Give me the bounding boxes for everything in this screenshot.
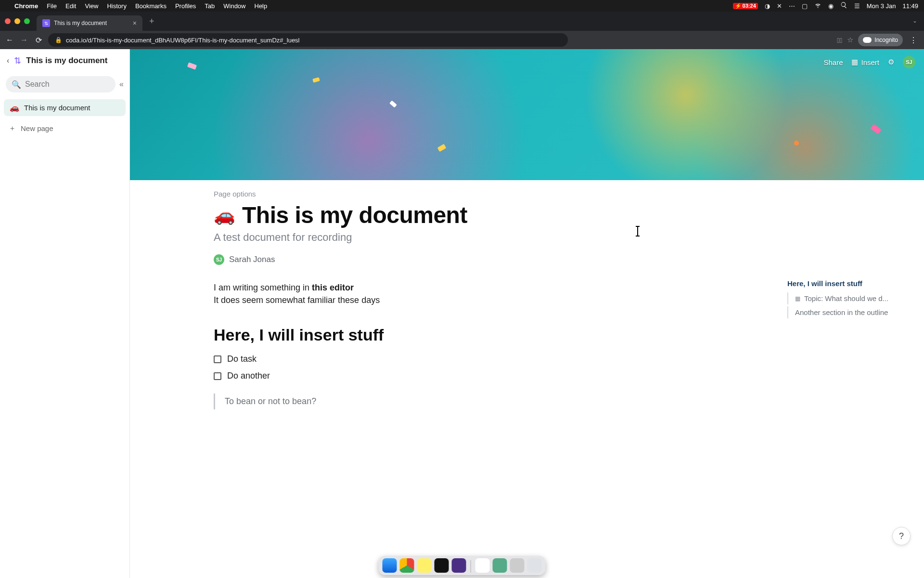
window-controls <box>5 12 37 31</box>
sidebar-page-item[interactable]: 🚗 This is my document <box>4 99 126 116</box>
cover-image[interactable]: Share ▦ Insert ⚙ SJ <box>130 49 924 180</box>
settings-button[interactable]: ⚙ <box>888 58 894 66</box>
dock-chrome-icon[interactable] <box>400 558 414 573</box>
menu-window[interactable]: Window <box>223 2 245 10</box>
document-subtitle[interactable]: A test document for recording <box>214 231 579 244</box>
new-tab-button[interactable]: + <box>142 16 161 26</box>
text-cursor <box>637 226 638 236</box>
quote-text: To bean or not to bean? <box>225 396 316 406</box>
author-row[interactable]: SJ Sarah Jonas <box>214 254 579 265</box>
menubar-time[interactable]: 11:49 <box>902 2 918 10</box>
wifi-icon[interactable] <box>814 1 821 10</box>
share-button[interactable]: Share <box>823 58 843 66</box>
outline-heading[interactable]: Here, I will insert stuff <box>787 279 908 288</box>
menu-help[interactable]: Help <box>255 2 268 10</box>
status-icon-1[interactable]: ◑ <box>765 2 770 10</box>
incognito-chip[interactable]: Incognito <box>858 34 903 46</box>
page-emoji-icon: 🚗 <box>10 103 19 112</box>
tab-close-button[interactable]: × <box>133 19 137 27</box>
checkbox[interactable] <box>214 372 221 380</box>
outline-item[interactable]: ▦ Topic: What should we d... <box>787 292 908 304</box>
dock-terminal-icon[interactable] <box>435 558 449 573</box>
chrome-menu-button[interactable]: ⋮ <box>908 36 919 45</box>
menu-view[interactable]: View <box>85 2 98 10</box>
dock-doc-icon[interactable] <box>510 558 525 573</box>
chrome-toolbar: ← → ⟳ 🔒 coda.io/d/This-is-my-document_dB… <box>0 31 924 49</box>
paragraph-text: It does seem somewhat familiar these day… <box>214 295 380 305</box>
share-label: Share <box>823 58 843 66</box>
sidebar-back-button[interactable]: ‹ <box>7 56 9 65</box>
confetti-decoration <box>870 124 881 134</box>
checklist: Do task Do another <box>214 354 579 381</box>
battery-icon[interactable]: ▢ <box>802 2 808 10</box>
checklist-label: Do task <box>227 354 257 364</box>
window-zoom-button[interactable] <box>24 18 30 24</box>
tab-favicon-icon: ⇅ <box>42 19 50 27</box>
outline-label: Another section in the outline <box>795 308 888 316</box>
menu-tab[interactable]: Tab <box>205 2 215 10</box>
insert-button[interactable]: ▦ Insert <box>851 58 879 66</box>
menu-history[interactable]: History <box>107 2 126 10</box>
dock-notes-icon[interactable] <box>417 558 432 573</box>
bookmark-star-icon[interactable]: ☆ <box>847 36 853 44</box>
tracking-blocked-icon[interactable]: 👁̸ <box>837 36 842 44</box>
nav-reload-button[interactable]: ⟳ <box>34 36 43 45</box>
dock-doc-icon[interactable] <box>493 558 507 573</box>
heading-2[interactable]: Here, I will insert stuff <box>214 326 579 344</box>
confetti-decoration <box>794 141 799 145</box>
dock-app-icon[interactable] <box>452 558 466 573</box>
title-emoji-icon[interactable]: 🚗 <box>214 205 235 225</box>
checklist-item[interactable]: Do task <box>214 354 579 364</box>
nav-forward-button[interactable]: → <box>19 36 29 44</box>
menubar-app-name[interactable]: Chrome <box>14 2 38 10</box>
plus-icon: ＋ <box>9 124 16 133</box>
sidebar-collapse-button[interactable]: « <box>119 80 124 89</box>
checkbox[interactable] <box>214 355 221 363</box>
checklist-item[interactable]: Do another <box>214 371 579 381</box>
sidebar-doc-title: This is my document <box>26 56 107 66</box>
confetti-decoration <box>312 77 320 82</box>
sidebar-header: ‹ ⇅ This is my document <box>0 49 129 72</box>
author-name: Sarah Jonas <box>229 255 275 264</box>
checklist-label: Do another <box>227 371 270 381</box>
dock-finder-icon[interactable] <box>383 558 397 573</box>
window-close-button[interactable] <box>5 18 11 24</box>
status-icon-2[interactable]: ✕ <box>777 2 782 10</box>
address-bar[interactable]: 🔒 coda.io/d/This-is-my-document_dBhAUW8p… <box>48 33 568 47</box>
menubar-date[interactable]: Mon 3 Jan <box>867 2 896 10</box>
document-body[interactable]: Page options 🚗 This is my document A tes… <box>214 180 579 409</box>
menu-profiles[interactable]: Profiles <box>175 2 196 10</box>
browser-tab[interactable]: ⇅ This is my document × <box>37 15 142 31</box>
macos-dock <box>379 556 546 575</box>
sidebar-new-page-button[interactable]: ＋ New page <box>0 119 129 138</box>
menu-edit[interactable]: Edit <box>65 2 76 10</box>
battery-time-value: 03:24 <box>743 3 756 9</box>
dock-trash-icon[interactable] <box>527 558 542 573</box>
battery-time-indicator[interactable]: ⚡03:24 <box>733 3 758 9</box>
block-quote[interactable]: To bean or not to bean? <box>214 394 579 409</box>
incognito-label: Incognito <box>874 37 898 43</box>
paragraph-text: I am writing something in <box>214 283 312 292</box>
menu-bookmarks[interactable]: Bookmarks <box>135 2 167 10</box>
help-button[interactable]: ? <box>892 527 911 545</box>
paragraph[interactable]: I am writing something in this editor It… <box>214 281 579 306</box>
status-icon-3[interactable]: ⋯ <box>789 2 795 10</box>
user-avatar[interactable]: SJ <box>903 56 915 68</box>
spotlight-icon[interactable] <box>840 1 847 10</box>
page-options-button[interactable]: Page options <box>214 190 579 198</box>
confetti-decoration <box>389 100 397 107</box>
user-switch-icon[interactable]: ◉ <box>828 2 834 10</box>
tab-title: This is my document <box>54 20 107 26</box>
control-center-icon[interactable]: ☰ <box>854 2 860 10</box>
document-title[interactable]: This is my document <box>242 202 467 228</box>
menu-file[interactable]: File <box>47 2 57 10</box>
window-minimize-button[interactable] <box>14 18 20 24</box>
tab-overflow-button[interactable]: ⌄ <box>912 17 917 24</box>
dock-separator <box>471 560 471 573</box>
nav-back-button[interactable]: ← <box>5 36 14 44</box>
insert-grid-icon: ▦ <box>851 58 858 66</box>
outline-item[interactable]: Another section in the outline <box>787 306 908 318</box>
doc-header-actions: Share ▦ Insert ⚙ SJ <box>823 56 915 68</box>
dock-doc-icon[interactable] <box>475 558 490 573</box>
sidebar-search-input[interactable]: 🔍 Search <box>6 76 116 92</box>
